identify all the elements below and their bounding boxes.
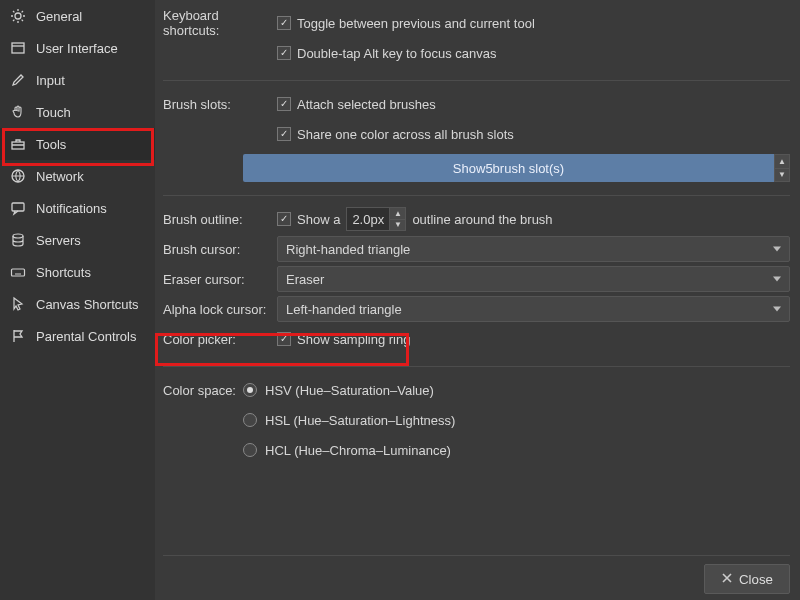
step-down-button[interactable]: ▼ <box>775 168 789 182</box>
checkbox-icon <box>277 16 291 30</box>
radio-label: HSL (Hue–Saturation–Lightness) <box>265 413 455 428</box>
stepper-value-display: Show 5 brush slot(s) <box>243 154 774 182</box>
check-label: Share one color across all brush slots <box>297 127 514 142</box>
step-up-button[interactable]: ▲ <box>775 155 789 168</box>
chat-icon <box>10 200 26 216</box>
sidebar-item-label: Parental Controls <box>36 329 136 344</box>
sidebar-item-label: Servers <box>36 233 81 248</box>
row-share-color: Share one color across all brush slots <box>163 119 790 149</box>
separator <box>163 366 790 367</box>
row-keyboard-shortcuts: Keyboard shortcuts: Toggle between previ… <box>163 8 790 38</box>
checkbox-icon <box>277 97 291 111</box>
radio-hsl[interactable]: HSL (Hue–Saturation–Lightness) <box>243 413 455 428</box>
svg-rect-5 <box>12 203 24 211</box>
globe-icon <box>10 168 26 184</box>
check-show-outline[interactable]: Show a <box>277 212 340 227</box>
sidebar-item-parental-controls[interactable]: Parental Controls <box>0 320 155 352</box>
radio-icon <box>243 383 257 397</box>
dialog-footer: Close <box>163 555 790 594</box>
row-eraser-cursor: Eraser cursor: Eraser <box>163 264 790 294</box>
close-button[interactable]: Close <box>704 564 790 594</box>
sidebar-item-general[interactable]: General <box>0 0 155 32</box>
row-brush-slot-count: Show 5 brush slot(s) ▲ ▼ <box>163 153 790 183</box>
sidebar-item-tools[interactable]: Tools <box>0 128 155 160</box>
sidebar-item-label: Input <box>36 73 65 88</box>
outline-size-value[interactable]: 2.0px <box>346 207 390 231</box>
toolbox-icon <box>10 136 26 152</box>
row-color-space-hsl: HSL (Hue–Saturation–Lightness) <box>163 405 790 435</box>
label-brush-slots: Brush slots: <box>163 97 271 112</box>
row-color-space-hsv: Color space: HSV (Hue–Saturation–Value) <box>163 375 790 405</box>
checkbox-icon <box>277 332 291 346</box>
outline-suffix: outline around the brush <box>412 212 552 227</box>
row-brush-outline: Brush outline: Show a 2.0px ▲ ▼ outline … <box>163 204 790 234</box>
flag-icon <box>10 328 26 344</box>
alpha-cursor-combo[interactable]: Left-handed triangle <box>277 296 790 322</box>
row-brush-slots: Brush slots: Attach selected brushes <box>163 89 790 119</box>
check-toggle-tool[interactable]: Toggle between previous and current tool <box>277 16 535 31</box>
label-brush-cursor: Brush cursor: <box>163 242 271 257</box>
check-attach-brushes[interactable]: Attach selected brushes <box>277 97 436 112</box>
combo-value: Left-handed triangle <box>286 302 402 317</box>
brush-cursor-combo[interactable]: Right-handed triangle <box>277 236 790 262</box>
sidebar-item-shortcuts[interactable]: Shortcuts <box>0 256 155 288</box>
label-keyboard-shortcuts: Keyboard shortcuts: <box>163 8 271 38</box>
check-label: Attach selected brushes <box>297 97 436 112</box>
outline-size-input[interactable]: 2.0px ▲ ▼ <box>346 207 406 231</box>
check-label: Show sampling ring <box>297 332 410 347</box>
servers-icon <box>10 232 26 248</box>
eraser-cursor-combo[interactable]: Eraser <box>277 266 790 292</box>
radio-hcl[interactable]: HCL (Hue–Chroma–Luminance) <box>243 443 451 458</box>
gear-icon <box>10 8 26 24</box>
label-alpha-cursor: Alpha lock cursor: <box>163 302 271 317</box>
radio-hsv[interactable]: HSV (Hue–Saturation–Value) <box>243 383 434 398</box>
check-label: Toggle between previous and current tool <box>297 16 535 31</box>
sidebar-item-servers[interactable]: Servers <box>0 224 155 256</box>
sidebar-item-ui[interactable]: User Interface <box>0 32 155 64</box>
check-label: Double-tap Alt key to focus canvas <box>297 46 496 61</box>
radio-icon <box>243 413 257 427</box>
sidebar-item-label: Touch <box>36 105 71 120</box>
row-keyboard-doubletap: Double-tap Alt key to focus canvas <box>163 38 790 68</box>
close-button-label: Close <box>739 572 773 587</box>
step-up-button[interactable]: ▲ <box>390 208 405 219</box>
pen-icon <box>10 72 26 88</box>
separator <box>163 195 790 196</box>
radio-label: HCL (Hue–Chroma–Luminance) <box>265 443 451 458</box>
combo-value: Right-handed triangle <box>286 242 410 257</box>
sidebar-item-canvas-shortcuts[interactable]: Canvas Shortcuts <box>0 288 155 320</box>
sidebar-item-input[interactable]: Input <box>0 64 155 96</box>
settings-panel: Keyboard shortcuts: Toggle between previ… <box>155 0 800 600</box>
radio-icon <box>243 443 257 457</box>
check-doubletap-alt[interactable]: Double-tap Alt key to focus canvas <box>277 46 496 61</box>
window-icon <box>10 40 26 56</box>
label-brush-outline: Brush outline: <box>163 212 271 227</box>
sidebar-item-network[interactable]: Network <box>0 160 155 192</box>
sidebar-item-label: Tools <box>36 137 66 152</box>
sidebar-item-label: General <box>36 9 82 24</box>
svg-rect-1 <box>12 43 24 53</box>
stepper-buttons: ▲ ▼ <box>774 154 790 182</box>
sidebar-item-notifications[interactable]: Notifications <box>0 192 155 224</box>
check-share-color[interactable]: Share one color across all brush slots <box>277 127 514 142</box>
check-label: Show a <box>297 212 340 227</box>
sidebar-item-label: User Interface <box>36 41 118 56</box>
step-down-button[interactable]: ▼ <box>390 219 405 231</box>
close-icon <box>721 572 733 587</box>
sidebar-item-label: Canvas Shortcuts <box>36 297 139 312</box>
row-color-space-hcl: HCL (Hue–Chroma–Luminance) <box>163 435 790 465</box>
row-alpha-cursor: Alpha lock cursor: Left-handed triangle <box>163 294 790 324</box>
sidebar-item-touch[interactable]: Touch <box>0 96 155 128</box>
hand-icon <box>10 104 26 120</box>
row-color-picker: Color picker: Show sampling ring <box>163 324 790 354</box>
check-sampling-ring[interactable]: Show sampling ring <box>277 332 410 347</box>
checkbox-icon <box>277 212 291 226</box>
combo-value: Eraser <box>286 272 324 287</box>
label-color-picker: Color picker: <box>163 332 271 347</box>
sidebar-item-label: Notifications <box>36 201 107 216</box>
settings-sidebar: General User Interface Input Touch Tools… <box>0 0 155 600</box>
cursor-icon <box>10 296 26 312</box>
brush-slot-count-stepper[interactable]: Show 5 brush slot(s) ▲ ▼ <box>243 154 790 182</box>
separator <box>163 80 790 81</box>
row-brush-cursor: Brush cursor: Right-handed triangle <box>163 234 790 264</box>
